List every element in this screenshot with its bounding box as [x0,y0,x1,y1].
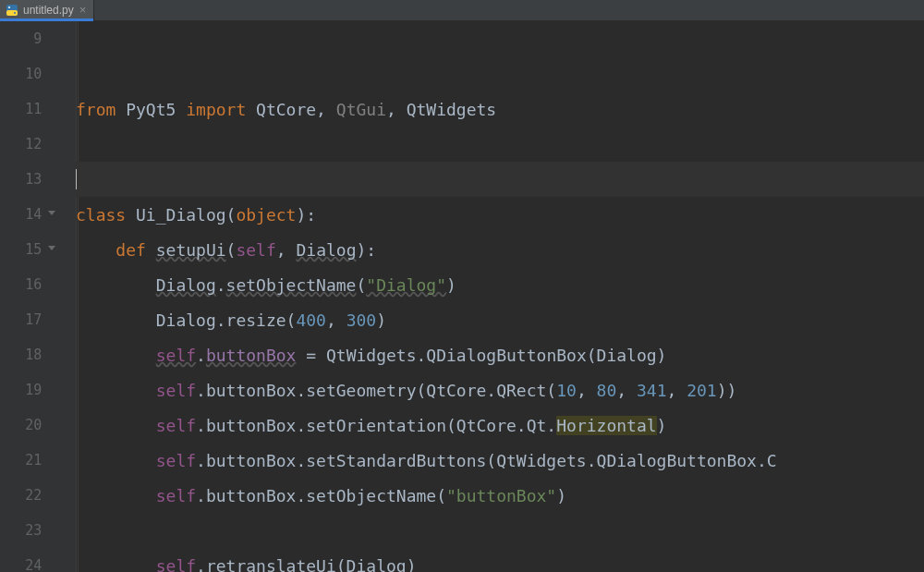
fold-open-icon [47,210,56,219]
token: buttonBox [206,346,297,365]
fold-gutter[interactable] [47,197,75,232]
line-number: 24 [0,548,47,572]
code-line[interactable]: from PyQt5 import QtCore, QtGui, QtWidge… [76,91,924,127]
token: )) [717,381,737,400]
token: QtCore [256,100,316,119]
token: , [386,100,407,119]
fold-gutter[interactable] [47,408,75,443]
token: = QtWidgets.QDialogButtonBox(Dialog) [296,346,666,365]
fold-gutter[interactable] [47,127,75,162]
token: ): [296,205,316,225]
fold-gutter[interactable] [47,548,75,572]
token: . [196,346,206,365]
token: Dialog [296,240,356,260]
fold-gutter[interactable] [47,232,75,267]
fold-gutter[interactable] [47,91,75,127]
code-area[interactable]: from PyQt5 import QtCore, QtGui, QtWidge… [76,21,924,572]
token: .buttonBox.setOrientation(QtCore.Qt. [196,416,556,435]
token: Dialog.resize( [156,310,297,330]
line-number: 18 [0,337,47,372]
gutter: 9101112131415161718192021222324 [0,21,76,572]
token: ( [226,205,237,225]
code-editor[interactable]: 9101112131415161718192021222324 from PyQ… [0,21,924,572]
line-number: 15 [0,232,47,267]
token: self [156,451,196,470]
token: self [156,416,196,435]
code-line[interactable]: Dialog.setObjectName("Dialog") [76,267,924,302]
code-line[interactable]: self.retranslateUi(Dialog) [76,548,924,572]
line-number: 13 [0,162,47,197]
python-file-icon [6,4,18,17]
file-tab[interactable]: untitled.py × [0,0,94,20]
token: "buttonBox" [446,486,556,505]
code-line[interactable]: self.buttonBox.setObjectName("buttonBox"… [76,478,924,513]
line-number: 9 [0,21,47,56]
token: ( [356,275,366,295]
token: QtWidgets [407,100,497,119]
fold-gutter[interactable] [47,478,75,513]
token: setupUi [156,240,226,260]
editor-tabbar: untitled.py × [0,0,924,21]
fold-gutter[interactable] [47,162,75,197]
token: 201 [687,381,717,400]
code-line[interactable]: self.buttonBox.setStandardButtons(QtWidg… [76,443,924,478]
line-number: 20 [0,408,47,443]
token: ) [657,416,667,435]
fold-gutter[interactable] [47,513,75,548]
code-line[interactable]: self.buttonBox.setOrientation(QtCore.Qt.… [76,408,924,443]
token: 80 [597,381,617,400]
fold-open-icon [47,245,56,254]
code-line[interactable]: class Ui_Dialog(object): [76,197,924,232]
token: 341 [637,381,667,400]
code-line[interactable]: self.buttonBox.setGeometry(QtCore.QRect(… [76,372,924,408]
token: def [116,240,155,260]
token: ) [556,486,566,505]
line-number: 23 [0,513,47,548]
code-line[interactable]: Dialog.resize(400, 300) [76,302,924,337]
token: PyQt5 [126,100,186,119]
token: 10 [556,381,577,400]
fold-gutter[interactable] [47,21,75,56]
fold-gutter[interactable] [47,372,75,408]
token: . [196,556,206,573]
token: self [236,240,275,260]
token: ( [226,240,237,260]
token: Ui_Dialog [136,205,226,225]
fold-gutter[interactable] [47,302,75,337]
line-number: 21 [0,443,47,478]
fold-gutter[interactable] [47,443,75,478]
token: ) [376,310,386,330]
token: object [236,205,296,225]
line-number: 22 [0,478,47,513]
line-number: 10 [0,56,47,91]
token: import [186,100,256,119]
code-lines: from PyQt5 import QtCore, QtGui, QtWidge… [76,21,924,572]
line-number: 12 [0,127,47,162]
token: Dialog [156,275,216,295]
line-number: 11 [0,91,47,127]
token: self [156,381,196,400]
token: .buttonBox.setGeometry(QtCore.QRect( [196,381,556,400]
token: ): [357,240,377,260]
fold-gutter[interactable] [47,337,75,372]
token: , [577,381,597,400]
line-number: 14 [0,197,47,232]
token: , [666,381,687,400]
token: , [326,310,346,330]
code-line[interactable]: def setupUi(self, Dialog): [76,232,924,267]
text-caret [76,169,77,189]
token: , [276,240,297,260]
token: .buttonBox.setObjectName( [196,486,446,505]
fold-gutter[interactable] [47,267,75,302]
code-line[interactable] [76,127,924,162]
code-line[interactable] [76,162,924,197]
code-line[interactable] [76,513,924,548]
token: Horizontal [556,416,656,435]
close-icon[interactable]: × [79,3,87,17]
code-line[interactable] [76,56,924,91]
token: , [316,100,336,119]
code-line[interactable] [76,21,924,56]
fold-gutter[interactable] [47,56,75,91]
svg-rect-1 [6,10,18,16]
code-line[interactable]: self.buttonBox = QtWidgets.QDialogButton… [76,337,924,372]
